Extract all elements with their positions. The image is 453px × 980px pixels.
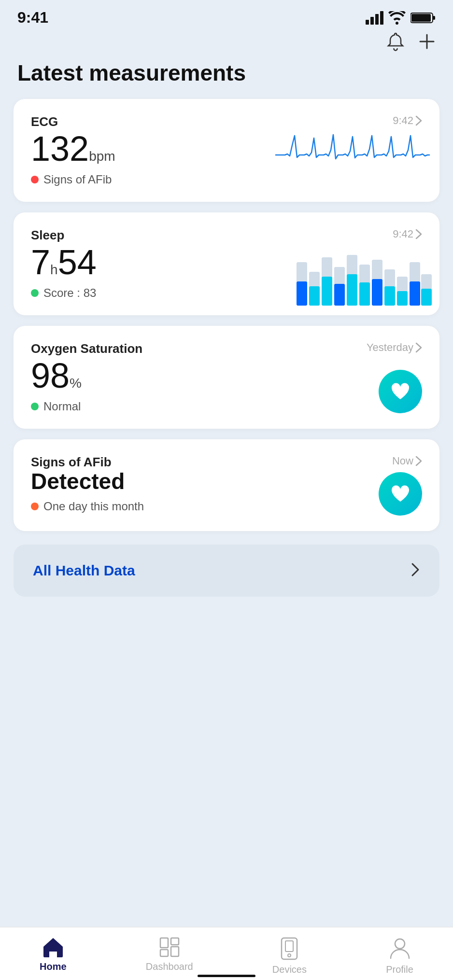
battery-icon bbox=[411, 11, 436, 25]
afib-detected: Detected bbox=[31, 470, 422, 493]
sleep-chart bbox=[297, 252, 432, 306]
ecg-status: Signs of AFib bbox=[31, 173, 422, 186]
nav-devices-label: Devices bbox=[272, 964, 307, 975]
afib-label: Signs of AFib bbox=[31, 455, 112, 470]
all-health-chevron bbox=[411, 562, 420, 579]
svg-rect-26 bbox=[421, 289, 432, 306]
bottom-nav: Home Dashboard Devices Profile bbox=[0, 927, 453, 980]
nav-dashboard-label: Dashboard bbox=[146, 961, 193, 972]
ecg-label: ECG bbox=[31, 114, 58, 129]
afib-status: One day this month bbox=[31, 500, 422, 513]
svg-rect-29 bbox=[171, 938, 179, 945]
afib-card[interactable]: Signs of AFib Now Detected One day this … bbox=[14, 439, 439, 531]
nav-home-label: Home bbox=[40, 961, 67, 972]
svg-rect-25 bbox=[410, 281, 420, 306]
status-icons bbox=[366, 11, 436, 25]
notification-button[interactable] bbox=[386, 31, 405, 53]
wifi-icon bbox=[388, 11, 406, 25]
sleep-card[interactable]: Sleep 9:42 7h54 Score : 83 bbox=[14, 212, 439, 315]
nav-dashboard[interactable]: Dashboard bbox=[136, 936, 203, 972]
svg-point-34 bbox=[395, 939, 405, 949]
svg-rect-17 bbox=[309, 286, 320, 306]
page-title: Latest measurements bbox=[0, 61, 453, 99]
svg-rect-24 bbox=[397, 291, 408, 306]
ecg-chart bbox=[275, 131, 430, 169]
oxygen-heart-badge bbox=[379, 370, 422, 413]
ecg-time: 9:42 bbox=[393, 114, 422, 127]
afib-heart-badge bbox=[379, 472, 422, 516]
nav-devices[interactable]: Devices bbox=[263, 936, 316, 975]
all-health-card[interactable]: All Health Data bbox=[14, 545, 439, 597]
svg-rect-16 bbox=[297, 281, 307, 306]
svg-rect-18 bbox=[322, 277, 332, 306]
oxygen-time: Yesterday bbox=[367, 341, 422, 354]
svg-rect-20 bbox=[347, 274, 357, 306]
oxygen-label: Oxygen Saturation bbox=[31, 341, 142, 356]
oxygen-card[interactable]: Oxygen Saturation Yesterday 98% Normal bbox=[14, 326, 439, 429]
svg-rect-2 bbox=[433, 16, 435, 20]
oxygen-status: Normal bbox=[31, 400, 422, 413]
cards-container: ECG 9:42 132bpm Signs of AFib Sleep 9:42 bbox=[0, 99, 453, 531]
header-actions bbox=[0, 31, 453, 61]
status-time: 9:41 bbox=[17, 9, 48, 27]
add-button[interactable] bbox=[418, 33, 436, 52]
home-indicator bbox=[198, 975, 255, 977]
afib-time: Now bbox=[392, 455, 422, 467]
status-bar: 9:41 bbox=[0, 0, 453, 31]
nav-profile[interactable]: Profile bbox=[376, 936, 423, 975]
sleep-time: 9:42 bbox=[393, 228, 422, 240]
svg-rect-1 bbox=[411, 14, 431, 22]
oxygen-value: 98% bbox=[31, 358, 422, 393]
all-health-label: All Health Data bbox=[33, 562, 135, 579]
svg-rect-23 bbox=[384, 286, 395, 306]
svg-rect-27 bbox=[160, 938, 168, 948]
nav-profile-label: Profile bbox=[386, 964, 413, 975]
svg-point-33 bbox=[288, 954, 291, 957]
svg-rect-30 bbox=[171, 947, 179, 956]
svg-rect-32 bbox=[285, 941, 293, 952]
sleep-label: Sleep bbox=[31, 228, 64, 243]
svg-rect-28 bbox=[160, 950, 168, 956]
svg-rect-22 bbox=[372, 279, 382, 306]
ecg-card[interactable]: ECG 9:42 132bpm Signs of AFib bbox=[14, 99, 439, 202]
svg-rect-21 bbox=[359, 282, 370, 306]
signal-icon bbox=[366, 11, 383, 25]
nav-home[interactable]: Home bbox=[30, 936, 76, 972]
svg-rect-19 bbox=[334, 284, 345, 306]
